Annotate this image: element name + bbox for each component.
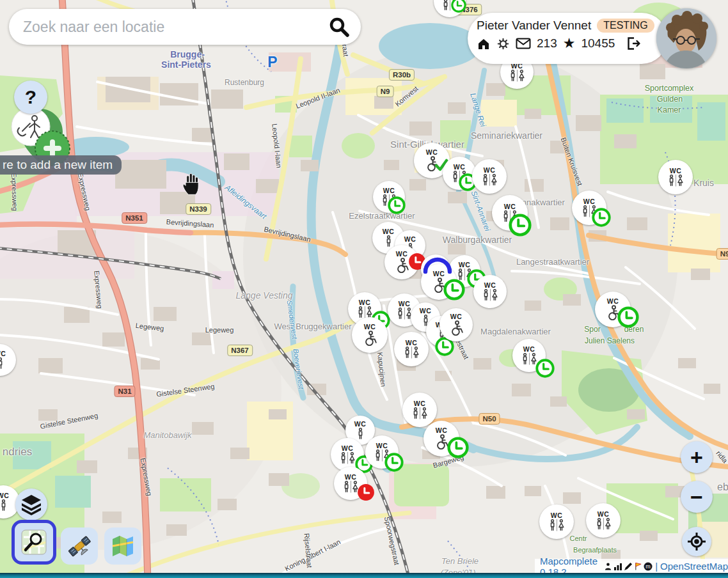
opening-hours-badge [592,208,611,227]
mastodon-icon[interactable]: m [644,562,653,571]
logout-icon[interactable] [626,36,641,51]
map-label: Bevrijdingslaan [166,219,214,230]
marker-wc-label: WC [450,313,463,320]
marker-wc-label: WC [523,346,535,353]
map-label: Sportcomplex [645,84,693,93]
map-label: Julien Saelens [585,337,635,345]
map-label: Expressweg [10,173,19,211]
map-label: Ten Briele [441,557,479,566]
opening-hours-badge [617,306,639,328]
road-shield: N50 [479,413,500,425]
map-marker-toilet[interactable]: WC [473,275,507,308]
marker-wc-label: WC [583,198,596,205]
background-osm-button[interactable] [12,520,56,565]
map-label: Manitobawijk [143,431,191,440]
map-marker-toilet[interactable]: WC [402,393,437,427]
map-label: Afleidingsvaart [223,184,268,221]
map-label: Lange Rei [469,92,487,128]
map-label: Spoorwegstraat [383,516,400,566]
map-marker-toilet[interactable]: WC [658,160,693,194]
map-label: Brugge- [170,50,205,59]
messages-envelope-icon[interactable] [516,38,531,49]
marker-wc-label: WC [342,445,354,452]
map-label: West-Bruggekwartier [274,322,351,331]
map-marker-toilet[interactable]: WC [439,308,473,341]
map-label: Leopold I-laan [271,123,283,169]
map-label: Gulden [657,95,683,104]
map-label: Sint-Pieters [161,60,211,70]
user-name: Pieter Vander Vennet [477,19,591,33]
marker-wc-label: WC [436,427,448,434]
testing-badge: TESTING [597,19,654,33]
svg-text:m: m [645,563,651,570]
messages-count: 213 [537,36,557,51]
marker-wc-label: WC [383,187,395,194]
home-icon[interactable] [477,36,491,51]
search-bar [9,9,361,45]
marker-wc-label: WC [399,301,411,308]
marker-wc-label: WC [345,474,357,481]
zoom-in-button[interactable]: + [681,441,713,473]
marker-wc-label: WC [670,168,682,175]
marker-wc-label: WC [0,492,9,499]
bottom-bar [0,573,728,578]
map-marker-toilet[interactable]: WC [352,317,388,353]
map-label: Legeweg [135,322,164,332]
selected-marker-arc [423,256,452,274]
zoom-out-button[interactable]: − [681,481,713,513]
map-label: ridla [715,449,728,464]
map-marker-toilet[interactable]: WC [472,159,507,194]
map-label: Koning Albert I-laan [284,538,342,573]
geolocate-icon [687,532,706,551]
marker-wc-label: WC [396,251,408,258]
search-input[interactable] [22,18,326,36]
marker-wc-label: WC [484,282,496,289]
opening-hours-badge [451,0,466,13]
map-label: Expressweg [76,172,91,211]
marker-wc-label: WC [459,262,471,269]
marker-wc-label: WC [383,228,395,235]
map-label: Lange Vesting [236,291,293,301]
background-map-button[interactable] [104,527,141,565]
map-label: P [267,54,277,70]
background-satellite-button[interactable] [61,527,98,565]
map-label: Begraafplaats [573,547,617,554]
edit-pencil-icon[interactable] [624,562,633,571]
map-marker-toilet[interactable]: WC [586,503,621,538]
attribution-separator: | [655,561,658,572]
map-label: Legeweg [205,327,234,334]
map-label: Bevrijdingslaan [263,226,311,244]
map-label: Walburgakwartier [443,235,512,245]
marker-wc-label: WC [0,350,6,357]
map-label: Seminariekwartier [471,131,542,141]
zoom-in-label: + [690,445,703,470]
community-icon[interactable] [604,562,612,571]
help-button[interactable]: ? [14,81,47,114]
map-label: Magdalenakwartier [480,327,551,336]
add-item-tooltip: re to add a new item [0,155,122,175]
layers-button[interactable] [15,488,47,520]
map-label: Spor [584,325,600,334]
statistics-icon[interactable] [613,562,622,571]
marker-wc-label: WC [426,149,438,156]
user-avatar[interactable] [656,8,716,68]
theme-logo-icon[interactable] [634,562,642,571]
settings-gear-icon[interactable] [496,37,510,51]
changesets-count: 10455 [581,36,615,51]
search-button[interactable] [326,14,352,40]
user-panel[interactable]: Pieter Vander Vennet TESTING 213 ★ 10455 [468,13,667,64]
marker-wc-label: WC [504,203,516,210]
openstreetmap-link[interactable]: OpenStreetMap [660,561,728,572]
opening-hours-badge [443,279,465,301]
marker-wc-label: WC [607,298,619,305]
map-marker-toilet[interactable]: WC [394,332,429,366]
world-map-icon [110,533,136,559]
map-marker-toilet[interactable]: WC [0,344,16,376]
opening-hours-badge [447,437,469,458]
geolocate-button[interactable] [682,527,711,556]
opening-hours-badge [388,196,406,214]
map-marker-toilet[interactable]: WC [539,504,574,539]
closed-hours-badge [357,483,375,501]
road-shield: N367 [227,345,253,356]
map-label: Kapucijnen [376,352,386,387]
